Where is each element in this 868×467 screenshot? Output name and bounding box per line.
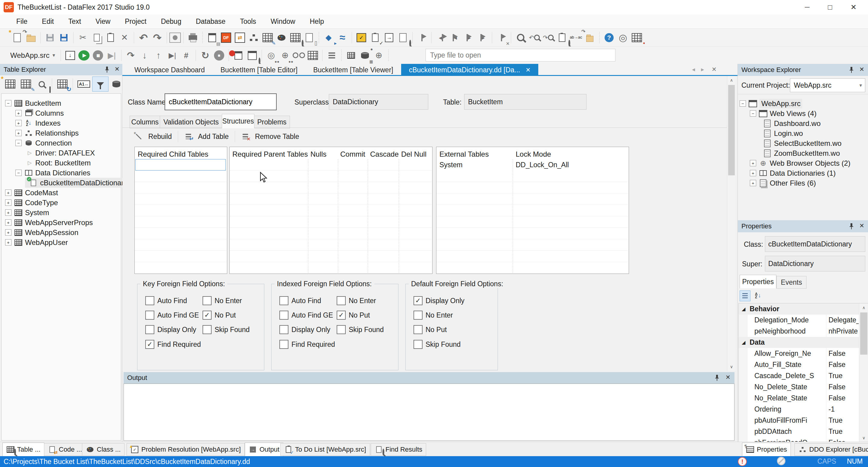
checkbox-no-enter[interactable]: No Enter bbox=[203, 296, 242, 305]
checkbox-no-put[interactable]: No Put bbox=[413, 325, 447, 334]
export-button[interactable]: → bbox=[382, 31, 396, 44]
tree-item-webapp-src[interactable]: −WebApp.src bbox=[740, 98, 802, 108]
menu-help[interactable]: Help bbox=[303, 18, 331, 26]
toggle-bookmark-button[interactable] bbox=[415, 31, 429, 44]
tab-scroll-right-icon[interactable]: ▸ bbox=[701, 66, 704, 73]
pin-icon[interactable] bbox=[849, 223, 854, 231]
watch-locals-button[interactable]: ◎●● bbox=[264, 49, 278, 62]
checkbox-display-only[interactable]: Display Only bbox=[145, 325, 196, 334]
tree-item-codemast[interactable]: +CodeMast bbox=[5, 188, 58, 198]
pin-icon[interactable] bbox=[849, 67, 854, 75]
bottom-tab-problem-resolution[interactable]: ✓▲ Problem Resolution [WebApp.src] bbox=[127, 443, 245, 456]
checkbox-no-enter[interactable]: No Enter bbox=[337, 296, 376, 305]
tree-item-selectbucketitem-wo[interactable]: SelectBucketItem.wo bbox=[763, 138, 841, 148]
clear-bookmarks-button[interactable]: ✕ bbox=[495, 31, 508, 44]
property-row[interactable]: Allow_Foreign_NeFalse bbox=[739, 348, 859, 360]
edit-table-button[interactable]: ✎ bbox=[18, 77, 34, 91]
tree-item-web-browser-objects[interactable]: +⊕Web Browser Objects (2) bbox=[750, 158, 850, 168]
checkbox-skip-found[interactable]: Skip Found bbox=[203, 325, 250, 334]
undo-button[interactable]: ↶ bbox=[136, 31, 150, 44]
problem-check-button[interactable]: ✓ bbox=[354, 31, 368, 44]
close-panel-icon[interactable]: ✕ bbox=[725, 374, 731, 381]
find-button[interactable] bbox=[514, 31, 527, 44]
tab-workspace-dashboard[interactable]: Workspace Dashboard bbox=[127, 64, 213, 76]
rebuild-button[interactable]: * Rebuild bbox=[134, 132, 172, 141]
categorized-button[interactable] bbox=[740, 290, 750, 301]
events-tab[interactable]: Events bbox=[776, 276, 807, 289]
minimize-button[interactable]: ─ bbox=[796, 0, 818, 14]
menu-file[interactable]: File bbox=[9, 18, 35, 26]
tree-item-indexes[interactable]: +A Z↓Indexes bbox=[16, 118, 61, 128]
toggle-breakpoint-button[interactable] bbox=[231, 49, 245, 62]
tree-item-connection[interactable]: −Connection bbox=[16, 138, 72, 148]
bottom-tab-code-explorer[interactable]: ⇄ Code ... bbox=[44, 443, 86, 456]
checkbox-auto-find-ge[interactable]: Auto Find GE bbox=[279, 311, 333, 320]
menu-tools[interactable]: Tools bbox=[233, 18, 264, 26]
stop-debug-button[interactable]: ■ bbox=[212, 49, 226, 62]
open-file-button[interactable]: ↷ bbox=[24, 31, 38, 44]
maximize-button[interactable]: □ bbox=[818, 0, 841, 14]
connections-button[interactable]: + bbox=[108, 77, 124, 91]
close-button[interactable]: ✕ bbox=[841, 0, 866, 14]
external-tables-grid[interactable]: External Tables Lock Mode System DD_Lock… bbox=[436, 147, 629, 274]
pause-button[interactable]: ▮▮ bbox=[91, 49, 105, 62]
webapp-admin-button[interactable]: ⊕● bbox=[372, 49, 386, 62]
property-row[interactable]: No_Delete_StateFalse bbox=[739, 381, 859, 393]
checkbox-no-put[interactable]: ✓No Put bbox=[337, 311, 370, 320]
property-grid-scrollbar[interactable]: ∧ ∨ bbox=[859, 303, 868, 442]
first-bookmark-button[interactable]: ◂ bbox=[434, 31, 448, 44]
restart-button[interactable]: ↻ bbox=[198, 49, 212, 62]
property-row[interactable]: Ordering-1 bbox=[739, 404, 859, 415]
tab-bucketitem-table-viewer[interactable]: BucketItem [Table Viewer] bbox=[305, 64, 401, 76]
required-parent-tables-grid[interactable]: Required Parent Tables Nulls Commit Casc… bbox=[229, 147, 433, 274]
database-login-button[interactable]: ▦ bbox=[358, 49, 372, 62]
property-row[interactable]: peNeighborhoodnhPrivate bbox=[739, 326, 859, 337]
step-over-button[interactable]: ↷ bbox=[124, 49, 138, 62]
property-row[interactable]: Delegation_ModeDelegate_To_Par bbox=[739, 315, 859, 326]
run-to-cursor-button[interactable]: ▶| bbox=[165, 49, 179, 62]
property-row[interactable]: Auto_Fill_StateFalse bbox=[739, 359, 859, 371]
new-table-button[interactable]: * bbox=[2, 77, 18, 91]
checkbox-find-required[interactable]: ✓Find Required bbox=[145, 340, 201, 349]
external-tables-row[interactable]: System DD_Lock_On_All bbox=[436, 159, 628, 170]
cut-button[interactable]: ✂ bbox=[76, 31, 90, 44]
about-button[interactable]: ◎ bbox=[616, 31, 630, 44]
paste-button[interactable] bbox=[104, 31, 118, 44]
tree-item-other-files[interactable]: +Other Files (6) bbox=[750, 178, 816, 188]
menu-text[interactable]: Text bbox=[61, 18, 88, 26]
run-button[interactable]: ▶ bbox=[77, 49, 91, 62]
breakpoints-window-button[interactable] bbox=[245, 49, 259, 62]
watch-globals-button[interactable]: ⊕●● bbox=[278, 49, 292, 62]
view-table-data-button[interactable] bbox=[34, 77, 50, 91]
refresh-tables-button[interactable]: ↻ bbox=[55, 77, 70, 91]
previous-bookmark-button[interactable]: ◂ bbox=[448, 31, 462, 44]
replace-button[interactable]: ab→ac bbox=[569, 31, 583, 44]
checkbox-no-put[interactable]: ✓No Put bbox=[203, 311, 236, 320]
delete-button[interactable]: ✕ bbox=[118, 31, 131, 44]
launchpad-button[interactable]: • bbox=[630, 31, 644, 44]
remove-table-button[interactable]: ✕ Remove Table bbox=[241, 132, 299, 141]
new-file-button[interactable]: * bbox=[10, 31, 24, 44]
pin-icon[interactable] bbox=[105, 66, 109, 74]
subtab-columns[interactable]: Columns bbox=[130, 116, 160, 128]
tree-item-dashboard-wo[interactable]: Dashboard.wo bbox=[763, 118, 821, 128]
tree-item-driver[interactable]: ▷Driver: DATAFLEX bbox=[27, 148, 95, 158]
record-macro-button[interactable] bbox=[169, 33, 181, 43]
subtab-problems[interactable]: Problems bbox=[254, 116, 290, 128]
checkbox-find-required[interactable]: Find Required bbox=[279, 340, 335, 349]
compile-button[interactable]: ↓ bbox=[63, 49, 77, 62]
tree-item-data-dictionaries[interactable]: +Data Dictionaries (1) bbox=[750, 168, 836, 178]
save-button[interactable] bbox=[43, 31, 57, 44]
web-service-button[interactable]: ≈ bbox=[336, 31, 349, 44]
output-content[interactable] bbox=[124, 383, 735, 441]
table-lookup-button[interactable] bbox=[344, 49, 358, 62]
help-button[interactable]: ? bbox=[602, 31, 616, 44]
redo-button[interactable]: ↷ bbox=[150, 31, 164, 44]
checkbox-skip-found[interactable]: Skip Found bbox=[337, 325, 384, 334]
close-panel-icon[interactable]: ✕ bbox=[859, 66, 864, 73]
find-previous-button[interactable]: ↶ bbox=[527, 31, 541, 44]
close-document-button[interactable]: ▯ bbox=[302, 31, 316, 44]
tree-item-login-wo[interactable]: Login.wo bbox=[763, 128, 803, 138]
preview-document-button[interactable] bbox=[396, 31, 410, 44]
tree-item-codetype[interactable]: +CodeType bbox=[5, 198, 58, 208]
